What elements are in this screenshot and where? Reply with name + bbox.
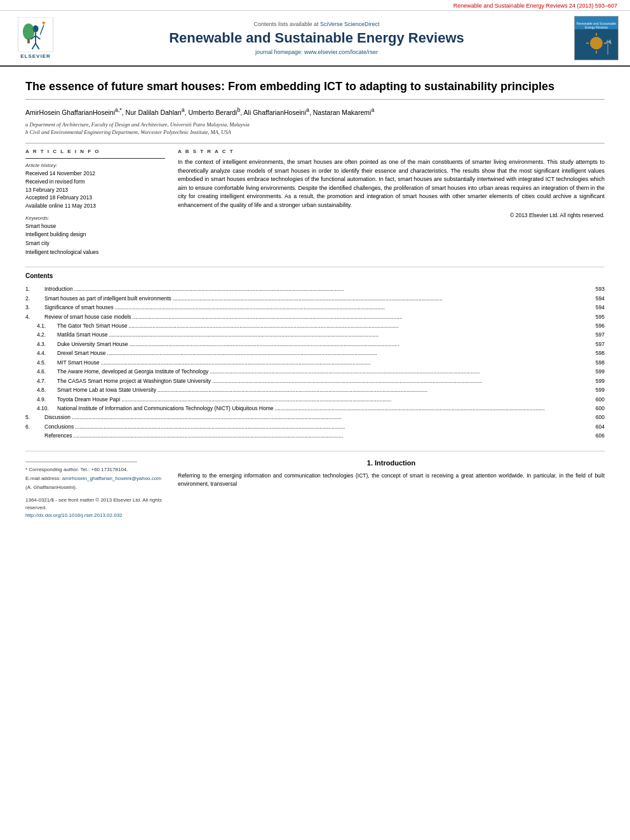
author-name-footnote: (A. GhaffarianHoseini). xyxy=(25,484,165,491)
toc-page: 598 xyxy=(586,349,605,357)
toc-title: Smart houses as part of intelligent buil… xyxy=(44,294,171,303)
affiliation-b: b Civil and Environmental Engineering De… xyxy=(25,128,605,137)
toc-title: MIT Smart House xyxy=(57,358,99,367)
toc-page: 597 xyxy=(586,340,605,349)
toc-title: Matilda Smart House xyxy=(57,330,107,339)
journal-header: ELSEVIER Contents lists available at Sci… xyxy=(0,11,630,67)
toc-page: 599 xyxy=(586,377,605,385)
toc-num: 6. xyxy=(25,422,44,431)
toc-title: Drexel Smart House xyxy=(57,349,106,357)
toc-dots: ........................................… xyxy=(99,358,586,367)
article-title: The essence of future smart houses: From… xyxy=(25,79,605,100)
authors-line: AmirHosein GhaffarianHoseinia,*, Nur Dal… xyxy=(25,106,605,117)
available-date: Available online 11 May 2013 xyxy=(25,202,165,210)
toc-dots: ........................................… xyxy=(211,377,586,385)
toc-row: 4.8.Smart Home Lab at Iowa State Univers… xyxy=(25,385,605,394)
toc-dots: ........................................… xyxy=(156,385,586,394)
toc-page: 594 xyxy=(586,303,605,312)
toc-title: Introduction xyxy=(44,284,72,293)
toc-dots: ........................................… xyxy=(72,431,586,440)
accepted-date: Accepted 18 February 2013 xyxy=(25,194,165,202)
toc-row: 4.9.Toyota Dream House Papi ............… xyxy=(25,395,605,404)
toc-title: Smart Home Lab at Iowa State University xyxy=(57,385,156,394)
corresponding-author: * Corresponding author. Tel.: +60 173178… xyxy=(25,466,165,474)
journal-title-center: Contents lists available at SciVerse Sci… xyxy=(67,16,566,60)
keyword-4: Intelligent technological values xyxy=(25,248,165,257)
email-address[interactable]: amirhosein_ghaffarian_hoseini@yahoo.com xyxy=(62,476,161,481)
journal-homepage: journal homepage: www.elsevier.com/locat… xyxy=(255,49,378,55)
toc-num: 2. xyxy=(25,294,44,303)
history-section: Article history: Received 14 November 20… xyxy=(25,163,165,210)
cover-thumbnail-icon: Renewable and Sustainable Energy Reviews xyxy=(575,17,618,60)
abstract-text: In the context of intelligent environmen… xyxy=(178,158,605,210)
toc-title: The Gator Tech Smart House xyxy=(57,321,127,330)
elsevier-tree-icon xyxy=(17,17,55,52)
toc-num: 4.1. xyxy=(25,321,57,330)
toc-dots: ........................................… xyxy=(120,395,586,404)
issn-line: 1364-0321/$ - see front matter © 2013 El… xyxy=(25,497,165,519)
toc-row: 5.Discussion ...........................… xyxy=(25,413,605,422)
toc-dots: ........................................… xyxy=(127,321,586,330)
toc-dots: ........................................… xyxy=(128,340,586,349)
toc-num: 4.3. xyxy=(25,340,57,349)
copyright-line: © 2013 Elsevier Ltd. All rights reserved… xyxy=(178,212,605,218)
homepage-label: journal homepage: xyxy=(255,49,303,55)
toc-page: 600 xyxy=(586,413,605,422)
journal-citation: Renewable and Sustainable Energy Reviews… xyxy=(453,3,617,9)
history-label: Article history: xyxy=(25,163,165,168)
toc-title: Review of smart house case models xyxy=(44,312,131,321)
sciverse-link[interactable]: SciVerse ScienceDirect xyxy=(320,21,380,27)
elsevier-logo: ELSEVIER xyxy=(10,16,61,60)
toc-row: 4.7.The CASAS Smart Home project at Wash… xyxy=(25,377,605,385)
toc-page: 597 xyxy=(586,330,605,339)
toc-title: Significance of smart houses xyxy=(44,303,114,312)
info-columns: A R T I C L E I N F O Article history: R… xyxy=(25,143,605,257)
keyword-3: Smart city xyxy=(25,239,165,248)
svg-point-9 xyxy=(23,23,34,40)
author-sup-a3: a xyxy=(306,107,309,113)
contents-section: Contents 1.Introduction ................… xyxy=(25,267,605,440)
svg-text:Energy Reviews: Energy Reviews xyxy=(584,25,608,29)
toc-page: 604 xyxy=(586,422,605,431)
footnotes: * Corresponding author. Tel.: +60 173178… xyxy=(25,458,165,519)
top-bar: Renewable and Sustainable Energy Reviews… xyxy=(0,0,630,11)
toc-title: Conclusions xyxy=(44,422,74,431)
toc-row: 4.10.National Institute of Information a… xyxy=(25,404,605,413)
toc-page: 600 xyxy=(586,404,605,413)
toc-num: 4.4. xyxy=(25,349,57,357)
toc-page: 595 xyxy=(586,312,605,321)
toc-num: 3. xyxy=(25,303,44,312)
doi-link[interactable]: http://dx.doi.org/10.1016/j.rser.2013.02… xyxy=(25,512,165,519)
toc-row: 4.4.Drexel Smart House .................… xyxy=(25,349,605,357)
toc-num: 4.9. xyxy=(25,395,57,404)
homepage-url[interactable]: www.elsevier.com/locate/rser xyxy=(304,49,378,55)
toc-num: 1. xyxy=(25,284,44,293)
toc-row: 1.Introduction .........................… xyxy=(25,284,605,293)
toc-num: 5. xyxy=(25,413,44,422)
toc-title: Duke University Smart House xyxy=(57,340,128,349)
toc-title: Toyota Dream House Papi xyxy=(57,395,120,404)
abstract-title: A B S T R A C T xyxy=(178,149,605,154)
toc-page: 600 xyxy=(586,395,605,404)
toc-row: 4.1.The Gator Tech Smart House .........… xyxy=(25,321,605,330)
toc-row: 6.Conclusions ..........................… xyxy=(25,422,605,431)
article-body: The essence of future smart houses: From… xyxy=(0,67,630,526)
toc-dots: ........................................… xyxy=(131,312,586,321)
toc-row: 4.Review of smart house case models ....… xyxy=(25,312,605,321)
intro-text: Referring to the emerging information an… xyxy=(178,472,605,488)
page-wrapper: Renewable and Sustainable Energy Reviews… xyxy=(0,0,630,526)
author-sup-a2: a xyxy=(182,107,185,113)
toc-dots: ........................................… xyxy=(72,284,586,293)
toc-row: References .............................… xyxy=(25,431,605,440)
toc-dots: ........................................… xyxy=(208,367,586,376)
keyword-1: Smart house xyxy=(25,222,165,231)
toc-num: 4.10. xyxy=(25,404,57,413)
toc-num: 4.5. xyxy=(25,358,57,367)
toc-row: 4.5.MIT Smart House ....................… xyxy=(25,358,605,367)
affiliation-a: a Department of Architecture, Faculty of… xyxy=(25,121,605,129)
toc-num: 4. xyxy=(25,312,44,321)
toc-row: 2.Smart houses as part of intelligent bu… xyxy=(25,294,605,303)
issn-text: 1364-0321/$ - see front matter © 2013 El… xyxy=(25,497,165,512)
toc-dots: ........................................… xyxy=(273,404,586,413)
toc-row: 4.3.Duke University Smart House ........… xyxy=(25,340,605,349)
